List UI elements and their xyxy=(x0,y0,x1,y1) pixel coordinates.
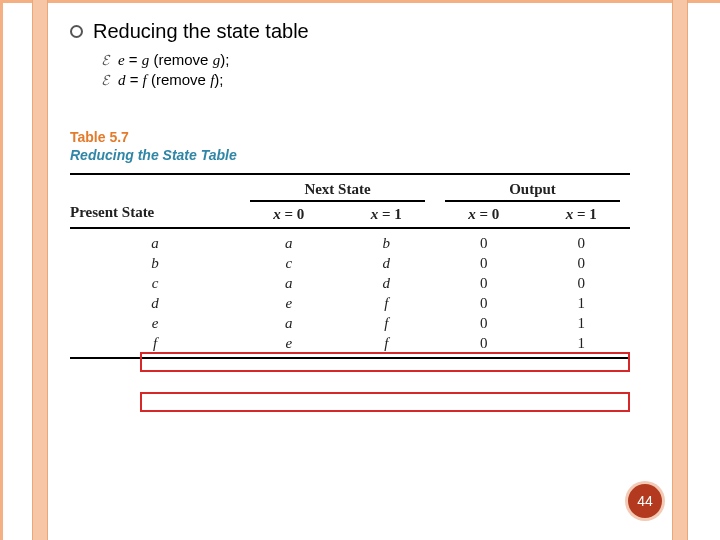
output-x0-cell: 0 xyxy=(435,335,533,352)
output-x1-cell: 1 xyxy=(533,335,631,352)
table-label: Table 5.7 xyxy=(70,129,650,145)
sub-bullet-text: e = g (remove g); xyxy=(118,51,229,69)
table-row: aab00 xyxy=(70,233,630,253)
x0-header: x = 0 xyxy=(240,204,338,227)
hollow-bullet-icon xyxy=(70,25,83,38)
x0-header: x = 0 xyxy=(435,204,533,227)
next-state-x0-cell: e xyxy=(240,335,338,352)
x1-header: x = 1 xyxy=(533,204,631,227)
present-state-cell: f xyxy=(70,335,240,352)
next-state-x1-cell: f xyxy=(338,315,436,332)
sub-bullet-text: d = f (remove f); xyxy=(118,71,223,89)
table-caption: Reducing the State Table xyxy=(70,147,650,163)
present-state-cell: c xyxy=(70,275,240,292)
output-x1-cell: 0 xyxy=(533,275,631,292)
next-state-header: Next State xyxy=(240,175,435,200)
output-x1-cell: 1 xyxy=(533,295,631,312)
output-x0-cell: 0 xyxy=(435,315,533,332)
output-header: Output xyxy=(435,175,630,200)
page-number-badge: 44 xyxy=(628,484,662,518)
next-state-x1-cell: f xyxy=(338,335,436,352)
table-row: eaf01 xyxy=(70,313,630,333)
next-state-x1-cell: d xyxy=(338,275,436,292)
var: f xyxy=(143,72,147,88)
rule xyxy=(250,200,425,202)
next-state-x0-cell: c xyxy=(240,255,338,272)
next-state-x0-cell: e xyxy=(240,295,338,312)
var: d xyxy=(118,72,126,88)
table-row: fef01 xyxy=(70,333,630,353)
state-table: Next State Output Present State x = 0 x … xyxy=(70,173,630,359)
present-state-header: Present State xyxy=(70,204,240,227)
table-body: aab00bcd00cad00def01eaf01fef01 xyxy=(70,233,630,353)
swirl-icon: 𝓔 xyxy=(102,52,110,69)
output-x1-cell: 1 xyxy=(533,315,631,332)
title-row: Reducing the state table xyxy=(70,20,650,43)
left-edge xyxy=(0,0,3,540)
right-stripe xyxy=(672,0,688,540)
table-figure: Table 5.7 Reducing the State Table Next … xyxy=(70,129,650,359)
left-stripe xyxy=(32,0,48,540)
present-state-cell: e xyxy=(70,315,240,332)
output-x0-cell: 0 xyxy=(435,255,533,272)
output-x0-cell: 0 xyxy=(435,275,533,292)
table-row: bcd00 xyxy=(70,253,630,273)
table-row: def01 xyxy=(70,293,630,313)
output-x0-cell: 0 xyxy=(435,235,533,252)
present-state-cell: d xyxy=(70,295,240,312)
header-row-1: Next State Output xyxy=(70,175,630,204)
highlight-box xyxy=(140,352,630,372)
present-state-cell: b xyxy=(70,255,240,272)
rule xyxy=(445,200,620,202)
next-state-x1-cell: b xyxy=(338,235,436,252)
var: e xyxy=(118,52,125,68)
next-state-x0-cell: a xyxy=(240,275,338,292)
next-state-x0-cell: a xyxy=(240,235,338,252)
highlight-box xyxy=(140,392,630,412)
slide-content: Reducing the state table 𝓔 e = g (remove… xyxy=(70,20,650,359)
output-x0-cell: 0 xyxy=(435,295,533,312)
next-state-x1-cell: f xyxy=(338,295,436,312)
table-row: cad00 xyxy=(70,273,630,293)
output-x1-cell: 0 xyxy=(533,255,631,272)
next-state-x0-cell: a xyxy=(240,315,338,332)
top-edge xyxy=(0,0,720,3)
sub-bullet: 𝓔 e = g (remove g); xyxy=(102,51,650,69)
present-state-cell: a xyxy=(70,235,240,252)
next-state-x1-cell: d xyxy=(338,255,436,272)
rule xyxy=(70,227,630,229)
rule xyxy=(70,357,630,359)
var: g xyxy=(142,52,150,68)
x1-header: x = 1 xyxy=(338,204,436,227)
sub-bullet-list: 𝓔 e = g (remove g); 𝓔 d = f (remove f); xyxy=(102,51,650,89)
header-row-2: Present State x = 0 x = 1 x = 0 x = 1 xyxy=(70,204,630,227)
slide-title: Reducing the state table xyxy=(93,20,309,43)
sub-bullet: 𝓔 d = f (remove f); xyxy=(102,71,650,89)
var: f xyxy=(210,72,214,88)
swirl-icon: 𝓔 xyxy=(102,72,110,89)
page-number: 44 xyxy=(637,493,653,509)
output-x1-cell: 0 xyxy=(533,235,631,252)
var: g xyxy=(213,52,221,68)
